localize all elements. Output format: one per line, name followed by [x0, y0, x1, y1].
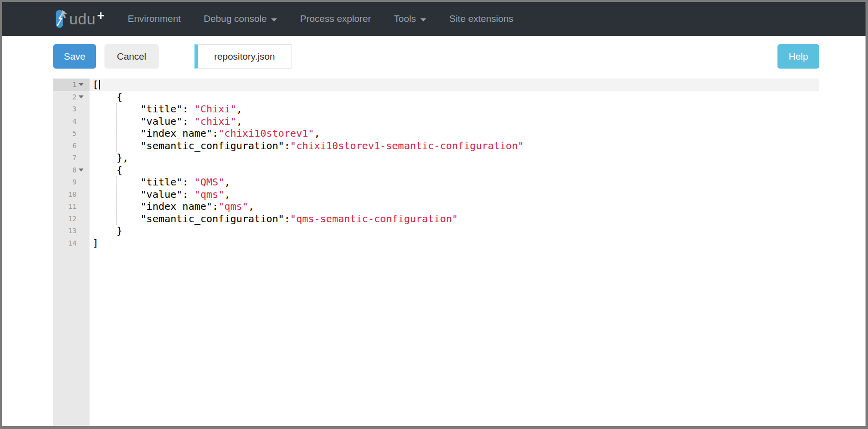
caret-down-icon [271, 18, 277, 21]
filename-label: repository.json [214, 51, 275, 62]
code-line-11: "index_name":"qms", [90, 200, 819, 213]
gutter-line-6: 6 [53, 140, 90, 152]
token-key: "index_name" [140, 127, 212, 139]
token-string: "qms" [218, 200, 248, 212]
line-number: 7 [73, 154, 77, 162]
fold-arrow-icon[interactable] [79, 169, 84, 172]
token-punct: , [224, 188, 230, 200]
token-string: "chixi10storev1" [218, 127, 314, 139]
gutter-line-2: 2 [53, 91, 90, 103]
gutter-line-8: 8 [53, 164, 90, 176]
help-button[interactable]: Help [777, 44, 819, 69]
token-punct: : [183, 176, 194, 188]
token-punct: : [183, 188, 194, 200]
code-line-13: } [90, 225, 819, 237]
code-line-2: { [90, 91, 819, 103]
token-string: "QMS" [194, 176, 224, 188]
gutter-line-3: 3 [53, 103, 90, 115]
nav-item-label: Site extensions [449, 13, 513, 24]
token-string: "qms" [194, 188, 224, 200]
code-line-14: ] [90, 237, 819, 250]
token-key: "value" [140, 188, 182, 200]
indent-guide [116, 103, 117, 152]
token-punct: : [284, 140, 290, 152]
indent-guide [116, 176, 117, 225]
line-number: 13 [68, 227, 77, 235]
token-key: "title" [140, 176, 182, 188]
nav-item-site-extensions[interactable]: Site extensions [438, 13, 525, 24]
fold-widget-slot [77, 169, 86, 172]
nav-item-label: Debug console [204, 13, 267, 24]
nav-item-tools[interactable]: Tools [383, 13, 438, 24]
line-number: 6 [73, 142, 77, 150]
token-punct: } [93, 225, 122, 237]
line-number: 8 [73, 166, 77, 174]
code-line-5: "index_name":"chixi10storev1", [90, 127, 819, 140]
gutter-line-12: 12 [53, 213, 90, 225]
code-line-3: "title": "Chixi", [90, 103, 819, 115]
line-number: 12 [68, 215, 77, 223]
token-punct: { [93, 91, 122, 103]
nav-item-environment[interactable]: Environment [116, 13, 193, 24]
gutter-line-1: 1 [53, 79, 90, 91]
line-number: 2 [73, 93, 77, 101]
token-key: "value" [140, 115, 182, 127]
fold-widget-slot [77, 83, 86, 86]
cancel-button[interactable]: Cancel [104, 44, 159, 69]
save-button[interactable]: Save [53, 44, 96, 69]
line-number: 14 [68, 239, 77, 247]
token-punct: , [224, 176, 230, 188]
text-cursor [99, 80, 100, 89]
code-editor: 1234567891011121314 [ { "title": "Chixi"… [53, 79, 819, 426]
code-line-8: { [90, 164, 819, 176]
token-string: "Chixi" [194, 103, 236, 115]
token-punct: : [212, 200, 218, 212]
token-punct: , [236, 103, 242, 115]
kudu-logo[interactable]: udu + [53, 8, 104, 29]
caret-down-icon [420, 18, 426, 21]
token-punct: [ [93, 79, 98, 90]
token-punct: }, [93, 152, 128, 164]
gutter-line-5: 5 [53, 127, 90, 140]
line-number: 10 [68, 190, 77, 198]
token-string: "chixi10storev1-semantic-configuration" [290, 140, 524, 152]
token-punct: , [248, 200, 254, 212]
line-number: 5 [73, 129, 77, 137]
top-navbar: udu + EnvironmentDebug consoleProcess ex… [2, 2, 866, 36]
gutter-line-4: 4 [53, 115, 90, 128]
code-line-12: "semantic_configuration":"qms-semantic-c… [90, 213, 819, 225]
token-key: "semantic_configuration" [140, 213, 284, 225]
token-punct: : [212, 127, 218, 139]
token-string: "qms-semantic-configuration" [290, 213, 458, 225]
kudu-k-icon [53, 8, 69, 29]
token-punct: : [183, 103, 194, 115]
code-line-9: "title": "QMS", [90, 176, 819, 188]
fold-arrow-icon[interactable] [79, 95, 84, 98]
token-punct: ] [93, 237, 98, 249]
nav-item-label: Tools [394, 13, 416, 24]
line-number: 1 [73, 81, 77, 88]
nav-item-label: Environment [128, 13, 181, 24]
nav-item-debug-console[interactable]: Debug console [193, 13, 289, 24]
fold-arrow-icon[interactable] [79, 83, 84, 86]
line-number: 11 [68, 202, 77, 210]
code-line-7: }, [90, 152, 819, 164]
editor-text-area[interactable]: [ { "title": "Chixi", "value": "chixi", … [90, 79, 819, 426]
token-punct: : [284, 213, 290, 225]
kudu-window: udu + EnvironmentDebug consoleProcess ex… [0, 0, 868, 429]
main-content: Save Cancel repository.json Help 1234567… [2, 36, 866, 426]
editor-gutter: 1234567891011121314 [53, 79, 90, 426]
filename-box: repository.json [194, 44, 291, 69]
fold-widget-slot [77, 95, 86, 98]
code-line-6: "semantic_configuration":"chixi10storev1… [90, 140, 819, 152]
navbar-menu: EnvironmentDebug consoleProcess explorer… [116, 2, 525, 36]
token-punct: , [236, 115, 242, 127]
line-number: 3 [73, 105, 77, 113]
gutter-line-14: 14 [53, 237, 90, 250]
line-number: 9 [73, 178, 77, 186]
token-key: "semantic_configuration" [140, 140, 284, 152]
token-punct: : [183, 115, 194, 127]
code-line-10: "value": "qms", [90, 188, 819, 201]
gutter-line-9: 9 [53, 176, 90, 188]
nav-item-process-explorer[interactable]: Process explorer [289, 13, 383, 24]
